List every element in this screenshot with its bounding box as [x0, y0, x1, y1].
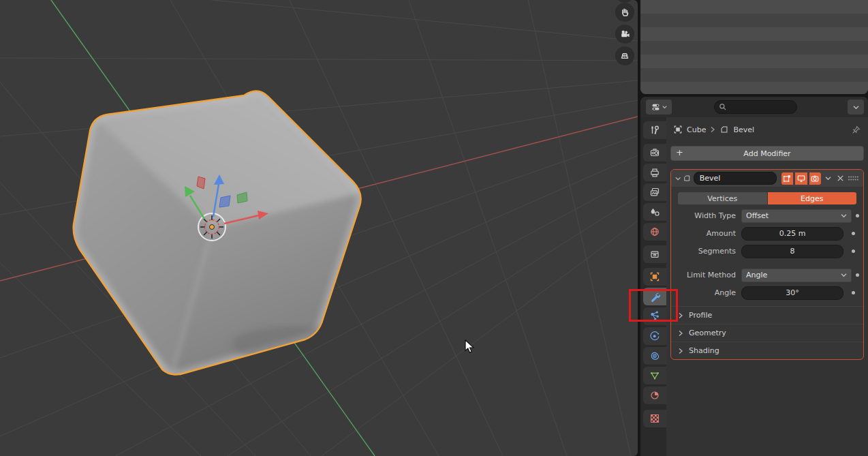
- segments-row: Segments 8: [671, 245, 863, 258]
- physics-orbit-icon: [649, 331, 660, 341]
- segments-field[interactable]: 8: [741, 245, 843, 258]
- render-toggle[interactable]: [809, 172, 821, 185]
- outliner-panel[interactable]: [640, 0, 868, 94]
- tool-icon: [649, 125, 660, 136]
- angle-field[interactable]: 30°: [741, 286, 843, 300]
- editor-type-button[interactable]: [646, 100, 672, 115]
- pan-nav-button[interactable]: [615, 3, 634, 22]
- hand-icon: [619, 7, 630, 18]
- animate-decorator[interactable]: [843, 291, 863, 294]
- chevron-down-icon: [662, 105, 667, 109]
- outliner-row: [640, 41, 868, 55]
- search-icon: [719, 103, 727, 111]
- properties-search[interactable]: [714, 100, 797, 114]
- outliner-row: [640, 68, 868, 82]
- search-input[interactable]: [727, 102, 791, 112]
- viewport-canvas[interactable]: [0, 0, 638, 456]
- perspective-toggle-button[interactable]: [615, 46, 634, 65]
- object-icon: [673, 125, 683, 134]
- monitor-icon: [796, 174, 806, 183]
- edit-mode-toggle[interactable]: [781, 172, 793, 185]
- tab-render[interactable]: [643, 144, 666, 162]
- breadcrumb-chevron-icon: [710, 126, 715, 133]
- render-camera-icon: [810, 174, 820, 183]
- outliner-row: [640, 14, 868, 27]
- view-layer-icon: [649, 187, 660, 198]
- tab-object[interactable]: [643, 268, 666, 286]
- affect-edges-button[interactable]: Edges: [768, 192, 857, 204]
- texture-checker-icon: [649, 413, 660, 424]
- tab-object-data[interactable]: [643, 367, 666, 384]
- chevron-down-icon: [841, 213, 847, 218]
- outliner-row: [640, 82, 868, 94]
- output-printer-icon: [649, 167, 660, 178]
- tab-scene[interactable]: [643, 203, 666, 221]
- pin-icon[interactable]: [851, 125, 861, 135]
- width-type-dropdown[interactable]: Offset: [741, 209, 852, 223]
- blender-window: Cube Bevel + Add Modifier: [0, 0, 868, 456]
- tab-collection[interactable]: [643, 245, 666, 263]
- camera-icon: [619, 29, 630, 40]
- properties-editor: Cube Bevel + Add Modifier: [640, 97, 868, 456]
- filter-options-button[interactable]: [848, 100, 864, 115]
- subpanel-geometry[interactable]: Geometry: [671, 324, 863, 341]
- bevel-modifier-panel: Vertices Edges Width Type Offset Amount: [670, 169, 864, 360]
- animate-decorator[interactable]: [852, 273, 863, 277]
- mouse-cursor: [464, 339, 476, 354]
- bevel-modifier-icon: [719, 125, 729, 134]
- animate-decorator[interactable]: [843, 232, 863, 235]
- modifier-header: [671, 170, 863, 187]
- chevron-down-icon: [825, 176, 831, 181]
- chevron-right-icon: [678, 348, 683, 354]
- subpanel-shading[interactable]: Shading: [671, 341, 863, 359]
- constraints-icon: [649, 350, 660, 361]
- scene-icon: [649, 207, 660, 217]
- limit-method-label: Limit Method: [671, 271, 741, 279]
- tab-physics[interactable]: [643, 327, 666, 345]
- outliner-row: [640, 27, 868, 41]
- chevron-right-icon: [678, 330, 683, 337]
- outliner-row: [640, 0, 868, 14]
- angle-row: Angle 30°: [671, 286, 863, 299]
- tab-view-layer[interactable]: [643, 183, 666, 201]
- tab-output[interactable]: [643, 164, 666, 181]
- modifier-extras-button[interactable]: [823, 172, 833, 185]
- annotation-highlight-box: [629, 289, 678, 322]
- chevron-down-icon: [853, 105, 859, 110]
- modifier-subpanels: Profile Geometry Shading: [671, 306, 863, 359]
- angle-label: Angle: [671, 288, 741, 297]
- segments-label: Segments: [671, 247, 741, 256]
- expand-chevron-icon[interactable]: [675, 176, 681, 181]
- affect-vertices-button[interactable]: Vertices: [678, 192, 767, 204]
- object-properties-icon: [649, 271, 660, 282]
- camera-view-button[interactable]: [615, 25, 634, 44]
- animate-decorator[interactable]: [852, 214, 863, 217]
- tab-tool[interactable]: [643, 121, 666, 139]
- amount-field[interactable]: 0.25 m: [741, 227, 843, 241]
- properties-content: Cube Bevel + Add Modifier: [666, 117, 868, 456]
- breadcrumb: Cube Bevel: [670, 123, 864, 136]
- amount-row: Amount 0.25 m: [671, 227, 863, 240]
- limit-method-dropdown[interactable]: Angle: [741, 269, 852, 282]
- add-modifier-button[interactable]: + Add Modifier: [670, 146, 864, 161]
- viewport-3d[interactable]: [0, 0, 638, 456]
- breadcrumb-modifier-name[interactable]: Bevel: [733, 125, 754, 134]
- modifier-name-field[interactable]: [694, 172, 777, 185]
- tab-constraints[interactable]: [643, 347, 666, 365]
- animate-decorator[interactable]: [843, 249, 863, 253]
- world-globe-icon: [649, 226, 660, 237]
- breadcrumb-object-name[interactable]: Cube: [687, 125, 706, 134]
- edit-mode-toggle-icon: [782, 174, 792, 183]
- modifier-delete-button[interactable]: [835, 172, 846, 185]
- limit-method-row: Limit Method Angle: [671, 269, 863, 282]
- properties-header: [640, 97, 868, 117]
- modifier-drag-handle[interactable]: [848, 172, 859, 185]
- tab-world[interactable]: [643, 223, 666, 241]
- tab-texture[interactable]: [643, 410, 666, 427]
- tab-material[interactable]: [643, 386, 666, 404]
- subpanel-profile[interactable]: Profile: [671, 306, 863, 324]
- realtime-toggle[interactable]: [795, 172, 807, 185]
- properties-tab-rail: [640, 117, 666, 456]
- material-sphere-icon: [649, 390, 660, 401]
- close-icon: [837, 174, 844, 182]
